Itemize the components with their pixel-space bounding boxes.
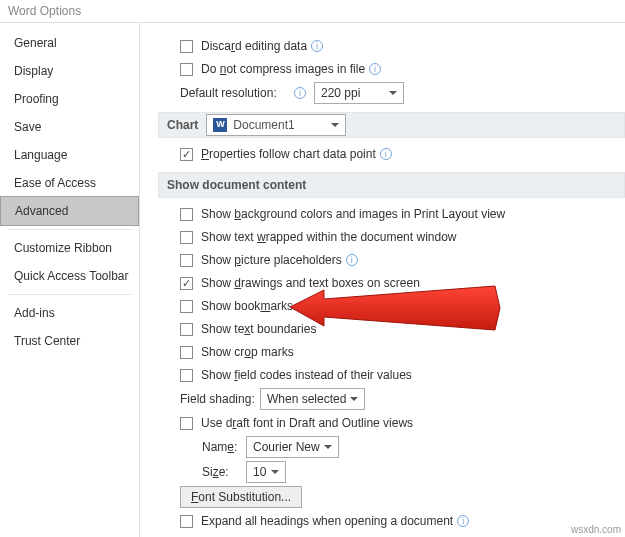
info-icon[interactable]	[346, 254, 358, 266]
label-do-not-compress: Do not compress images in file	[201, 62, 365, 76]
dropdown-field-shading[interactable]: When selected	[260, 388, 365, 410]
label-show-text-boundaries: Show text boundaries	[201, 322, 316, 336]
sidebar-item-customize-ribbon[interactable]: Customize Ribbon	[0, 234, 139, 262]
checkbox-show-crop-marks[interactable]	[180, 346, 193, 359]
sidebar-item-add-ins[interactable]: Add-ins	[0, 299, 139, 327]
dropdown-default-resolution[interactable]: 220 ppi	[314, 82, 404, 104]
word-icon	[213, 118, 227, 132]
sidebar-separator	[8, 229, 131, 230]
label-discard-editing-data: Discard editing data	[201, 39, 307, 53]
label-use-draft-font: Use draft font in Draft and Outline view…	[201, 416, 413, 430]
sidebar-item-save[interactable]: Save	[0, 113, 139, 141]
checkbox-show-bookmarks[interactable]	[180, 300, 193, 313]
dropdown-font-name[interactable]: Courier New	[246, 436, 339, 458]
sidebar-item-general[interactable]: General	[0, 29, 139, 57]
button-font-substitution[interactable]: Font Substitution...	[180, 486, 302, 508]
label-show-picture-placeholders: Show picture placeholders	[201, 253, 342, 267]
dropdown-font-size[interactable]: 10	[246, 461, 286, 483]
label-field-shading: Field shading:	[180, 392, 260, 406]
label-default-resolution: Default resolution:	[180, 86, 290, 100]
checkbox-use-draft-font[interactable]	[180, 417, 193, 430]
checkbox-properties-follow-chart[interactable]	[180, 148, 193, 161]
section-show-document-content: Show document content	[158, 172, 625, 198]
label-font-name: Name:	[202, 440, 246, 454]
sidebar-item-advanced[interactable]: Advanced	[0, 196, 139, 226]
label-expand-all-headings: Expand all headings when opening a docum…	[201, 514, 453, 528]
info-icon[interactable]	[380, 148, 392, 160]
label-show-bookmarks: Show bookmarks	[201, 299, 293, 313]
label-show-background: Show background colors and images in Pri…	[201, 207, 505, 221]
label-properties-follow-chart: Properties follow chart data point	[201, 147, 376, 161]
dropdown-value: 220 ppi	[321, 86, 360, 100]
dropdown-value: 10	[253, 465, 266, 479]
sidebar-item-ease-of-access[interactable]: Ease of Access	[0, 169, 139, 197]
checkbox-show-drawings[interactable]	[180, 277, 193, 290]
checkbox-show-background[interactable]	[180, 208, 193, 221]
checkbox-discard-editing-data[interactable]	[180, 40, 193, 53]
sidebar-item-proofing[interactable]: Proofing	[0, 85, 139, 113]
sidebar-separator	[8, 294, 131, 295]
section-chart: Chart Document1	[158, 112, 625, 138]
label-font-size: Size:	[202, 465, 246, 479]
info-icon[interactable]	[311, 40, 323, 52]
sidebar-item-display[interactable]: Display	[0, 57, 139, 85]
sidebar: General Display Proofing Save Language E…	[0, 23, 140, 537]
label-show-crop-marks: Show crop marks	[201, 345, 294, 359]
checkbox-do-not-compress[interactable]	[180, 63, 193, 76]
section-title: Show document content	[167, 178, 306, 192]
section-title: Chart	[167, 118, 198, 132]
watermark: wsxdn.com	[571, 524, 621, 535]
label-show-text-wrapped: Show text wrapped within the document wi…	[201, 230, 456, 244]
label-show-field-codes: Show field codes instead of their values	[201, 368, 412, 382]
info-icon[interactable]	[457, 515, 469, 527]
checkbox-show-field-codes[interactable]	[180, 369, 193, 382]
sidebar-item-language[interactable]: Language	[0, 141, 139, 169]
dropdown-value: Courier New	[253, 440, 320, 454]
checkbox-show-picture-placeholders[interactable]	[180, 254, 193, 267]
dropdown-value: When selected	[267, 392, 346, 406]
main-settings-pane: Discard editing data Do not compress ima…	[140, 23, 625, 537]
checkbox-show-text-boundaries[interactable]	[180, 323, 193, 336]
sidebar-item-quick-access-toolbar[interactable]: Quick Access Toolbar	[0, 262, 139, 290]
dropdown-value: Document1	[233, 118, 294, 132]
sidebar-item-trust-center[interactable]: Trust Center	[0, 327, 139, 355]
label-show-drawings: Show drawings and text boxes on screen	[201, 276, 420, 290]
dropdown-chart-document[interactable]: Document1	[206, 114, 346, 136]
checkbox-expand-all-headings[interactable]	[180, 515, 193, 528]
info-icon[interactable]	[369, 63, 381, 75]
info-icon[interactable]	[294, 87, 306, 99]
window-title: Word Options	[0, 0, 625, 22]
checkbox-show-text-wrapped[interactable]	[180, 231, 193, 244]
